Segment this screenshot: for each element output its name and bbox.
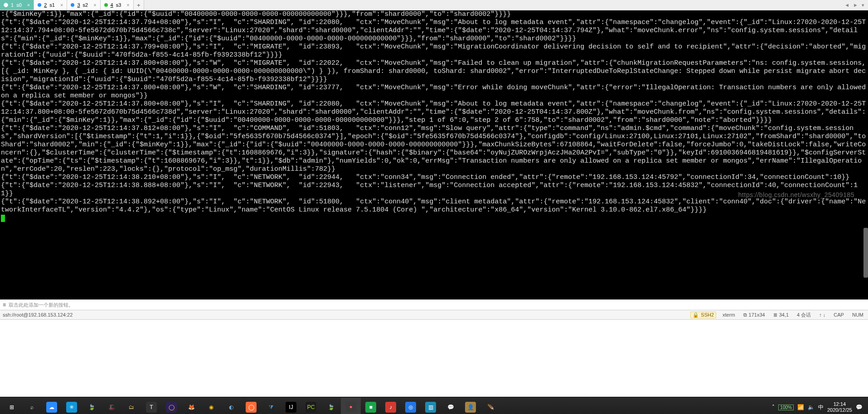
taskbar-apache[interactable]: 🪶: [480, 398, 500, 414]
eclipse-icon: ◯: [166, 402, 177, 413]
tab-dot-icon: [38, 3, 41, 7]
taskbar-firefox[interactable]: 🦊: [181, 398, 201, 414]
firefox-icon: 🦊: [186, 402, 197, 413]
tab-index: 3: [77, 2, 80, 8]
hint-text: 双击此处添加一个新的按钮。: [9, 302, 73, 308]
tab-index: 1: [11, 2, 14, 8]
taskbar-html-viewer[interactable]: ◐: [221, 398, 241, 414]
tab-label: s1: [49, 2, 55, 8]
menu-icon[interactable]: ≡: [3, 302, 6, 308]
taskbar-app-green[interactable]: ■: [361, 398, 381, 414]
status-size: ⧉ 171x34: [742, 312, 767, 318]
wechat-icon: 💬: [445, 402, 456, 413]
status-connection: ssh://root@192.168.153.124:22: [3, 312, 73, 318]
windows-taskbar: ⊞⌕☁✳🍃🎩🗂T◯🦊◉◐◯⧩IJPC🍃●■♪◎▥💬👤🪶 ˄ 100% 📶 🔈 中…: [0, 397, 868, 414]
tab-s3[interactable]: 4 s3 ×: [101, 0, 134, 10]
taskbar-netease-music[interactable]: ♪: [381, 398, 401, 414]
system-tray[interactable]: ˄ 100% 📶 🔈 中 12:14 2020/12/25 💬: [768, 401, 866, 413]
pycharm-icon: PC: [305, 402, 316, 413]
postman-icon: ◯: [246, 402, 257, 413]
tray-chevron-up-icon[interactable]: ˄: [772, 404, 775, 410]
status-sessions: 4 会话: [795, 312, 813, 318]
taskbar-postman[interactable]: ◯: [241, 398, 261, 414]
tray-notifications-icon[interactable]: 💬: [856, 404, 863, 410]
status-cap: CAP: [832, 312, 846, 318]
tab-dot-icon: [4, 3, 8, 7]
taskbar-search[interactable]: ⌕: [22, 398, 42, 414]
taskbar-redhat[interactable]: 🎩: [102, 398, 121, 414]
tab-index: 4: [111, 2, 113, 8]
status-num: NUM: [850, 312, 865, 318]
tray-ime-icon[interactable]: 中: [818, 404, 824, 411]
taskbar-eclipse[interactable]: ◯: [161, 398, 181, 414]
tencent-icon: ✳: [66, 402, 77, 413]
body-background: [0, 320, 868, 397]
tray-network-icon[interactable]: 📶: [797, 404, 804, 410]
taskbar-tencent[interactable]: ✳: [62, 398, 82, 414]
tab-dot-icon: [104, 3, 108, 7]
tab-index: 2: [44, 2, 47, 8]
close-icon[interactable]: ×: [60, 2, 63, 8]
taskbar-chrome[interactable]: ◉: [201, 398, 221, 414]
status-ssh: 🔒 SSH2: [690, 312, 716, 318]
tray-sound-icon[interactable]: 🔈: [808, 404, 815, 410]
app-green-icon: ■: [365, 402, 376, 413]
avatar-icon: 👤: [465, 402, 476, 413]
taskbar-wechat[interactable]: 💬: [441, 398, 461, 414]
chrome-icon: ◉: [206, 402, 217, 413]
taskbar-xshell[interactable]: ●: [341, 398, 361, 414]
status-bar: ssh://root@192.168.153.124:22 🔒 SSH2 xte…: [0, 310, 868, 320]
taskbar-app-blue[interactable]: ◎: [401, 398, 421, 414]
file-manager-icon: 🗂: [126, 402, 137, 413]
tray-battery[interactable]: 100%: [778, 404, 794, 410]
tab-s1[interactable]: 2 s1 ×: [34, 0, 67, 10]
tab-s0[interactable]: 1 s0 ×: [0, 0, 34, 10]
intellij-icon: IJ: [286, 402, 296, 413]
taskbar-vscode[interactable]: ⧩: [261, 398, 281, 414]
scrollbar-thumb[interactable]: [863, 228, 868, 278]
status-transfer-icon: ↑ ↓: [817, 312, 827, 318]
tab-nav-right-icon[interactable]: ►: [853, 2, 858, 8]
taskbar-typora[interactable]: T: [141, 398, 161, 414]
leaf-app-icon: 🍃: [325, 402, 336, 413]
redhat-icon: 🎩: [106, 402, 117, 413]
app-blue-icon: ◎: [405, 402, 416, 413]
vmware-icon: ▥: [425, 402, 436, 413]
tray-clock[interactable]: 12:14 2020/12/25: [827, 401, 852, 413]
close-icon[interactable]: ×: [93, 2, 96, 8]
tab-dot-icon: [71, 3, 74, 7]
taskbar-pycharm[interactable]: PC: [301, 398, 321, 414]
taskbar-intellij[interactable]: IJ: [281, 398, 301, 414]
mongodb-icon: 🍃: [86, 402, 97, 413]
status-cursor-pos: ≣ 34,1: [771, 312, 790, 318]
quick-button-bar[interactable]: ≡ 双击此处添加一个新的按钮。: [0, 299, 868, 310]
vscode-icon: ⧩: [266, 402, 276, 413]
taskbar-file-manager[interactable]: 🗂: [121, 398, 141, 414]
start-icon: ⊞: [6, 402, 17, 413]
terminal-cursor: [1, 215, 5, 222]
add-tab-button[interactable]: +: [134, 0, 144, 10]
status-term: xterm: [721, 312, 737, 318]
apache-icon: 🪶: [485, 402, 496, 413]
html-viewer-icon: ◐: [226, 402, 237, 413]
terminal-scrollbar[interactable]: [863, 10, 868, 299]
typora-icon: T: [146, 402, 157, 413]
tab-nav-menu-icon[interactable]: ▾: [862, 2, 864, 8]
close-icon[interactable]: ×: [27, 2, 30, 8]
taskbar-start[interactable]: ⊞: [2, 398, 22, 414]
taskbar-baidu-netdisk[interactable]: ☁: [42, 398, 62, 414]
xshell-icon: ●: [345, 401, 356, 412]
search-icon: ⌕: [26, 402, 37, 413]
tab-label: s0: [16, 2, 22, 8]
tab-nav-left-icon[interactable]: ◄: [844, 2, 849, 8]
tab-label: s3: [116, 2, 121, 8]
taskbar-avatar[interactable]: 👤: [461, 398, 480, 414]
taskbar-mongodb[interactable]: 🍃: [82, 398, 102, 414]
taskbar-leaf-app[interactable]: 🍃: [321, 398, 341, 414]
taskbar-vmware[interactable]: ▥: [421, 398, 441, 414]
close-icon[interactable]: ×: [126, 2, 129, 8]
tab-label: s2: [83, 2, 88, 8]
tab-s2[interactable]: 3 s2 ×: [67, 0, 100, 10]
session-tab-bar: 1 s0 × 2 s1 × 3 s2 × 4 s3 × + ◄ ► ▾: [0, 0, 868, 10]
terminal-output[interactable]: :{"$minKey":1}},"max":{"_id":{"id":{"$uu…: [0, 10, 868, 299]
